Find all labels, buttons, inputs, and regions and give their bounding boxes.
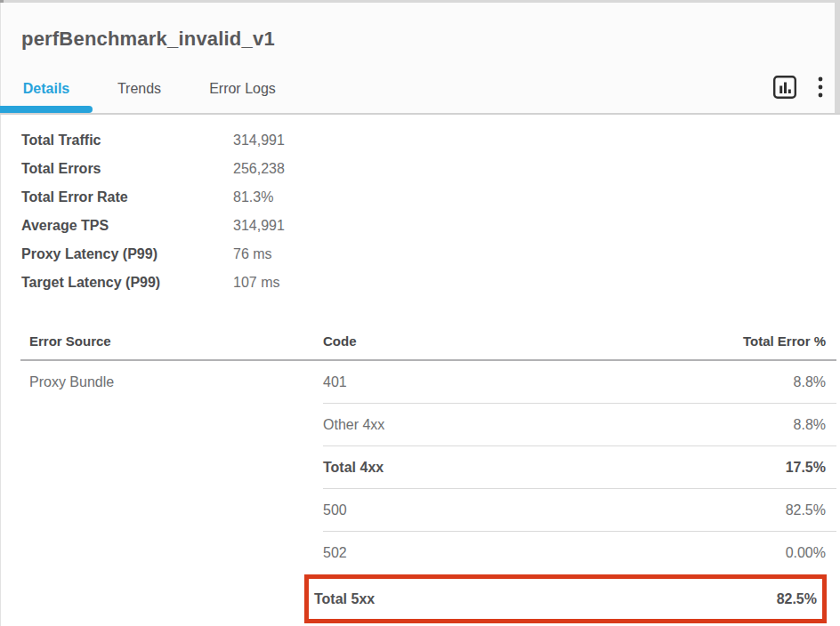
column-header-error-source: Error Source — [29, 333, 323, 349]
page-title: perfBenchmark_invalid_v1 — [21, 28, 275, 51]
bar-chart-icon — [772, 75, 797, 100]
kebab-menu-button[interactable] — [817, 75, 824, 100]
percent-cell: 82.5% — [786, 502, 826, 518]
column-header-total-error-pct: Total Error % — [743, 333, 836, 349]
stat-row-total-traffic: Total Traffic 314,991 — [21, 126, 285, 155]
code-cell: 500 — [323, 502, 347, 518]
stat-label: Target Latency (P99) — [21, 275, 233, 291]
active-tab-underline — [0, 106, 93, 113]
column-header-code: Code — [323, 333, 743, 349]
tab-bar-divider — [0, 113, 840, 115]
stat-value: 314,991 — [233, 132, 285, 148]
header-right-edge — [835, 0, 840, 113]
percent-cell: 0.00% — [786, 545, 826, 561]
stat-label: Total Error Rate — [21, 189, 233, 205]
stat-label: Average TPS — [21, 218, 233, 234]
table-row-total-5xx: Total 5xx 82.5% — [20, 574, 836, 623]
header-toolbar — [772, 75, 824, 100]
error-source-cell — [29, 404, 323, 446]
percent-cell: 8.8% — [794, 374, 826, 390]
percent-cell: 8.8% — [794, 417, 826, 433]
tab-bar: Details Trends Error Logs — [0, 75, 299, 103]
bar-chart-button[interactable] — [772, 75, 797, 100]
total-5xx-highlight-box: Total 5xx 82.5% — [304, 574, 827, 623]
stat-value: 81.3% — [233, 189, 273, 205]
summary-stats: Total Traffic 314,991 Total Errors 256,2… — [21, 126, 285, 297]
code-cell: Total 5xx — [314, 591, 375, 607]
table-row-total-4xx: Total 4xx 17.5% — [20, 446, 836, 489]
stat-label: Total Errors — [21, 161, 233, 177]
error-source-cell — [29, 532, 323, 574]
tab-error-logs[interactable]: Error Logs — [186, 81, 299, 97]
error-source-cell — [29, 446, 323, 489]
table-row: Other 4xx 8.8% — [20, 404, 836, 446]
code-cell: 502 — [323, 545, 347, 561]
stat-label: Total Traffic — [21, 132, 233, 148]
stat-row-average-tps: Average TPS 314,991 — [21, 212, 285, 240]
table-header-row: Error Source Code Total Error % — [20, 323, 836, 361]
percent-cell: 17.5% — [786, 460, 826, 476]
stat-value: 256,238 — [233, 161, 285, 177]
kebab-menu-icon — [817, 75, 824, 100]
stat-row-target-latency: Target Latency (P99) 107 ms — [21, 269, 285, 297]
percent-cell: 82.5% — [777, 591, 817, 607]
stat-value: 314,991 — [233, 218, 285, 234]
code-cell: 401 — [323, 374, 347, 390]
table-row: 502 0.00% — [20, 532, 836, 574]
error-breakdown-table: Error Source Code Total Error % Proxy Bu… — [20, 323, 836, 623]
code-cell: Total 4xx — [323, 460, 384, 476]
tab-details[interactable]: Details — [0, 81, 93, 97]
stat-label: Proxy Latency (P99) — [21, 246, 233, 262]
code-cell: Other 4xx — [323, 417, 384, 433]
error-source-cell: Proxy Bundle — [29, 361, 323, 404]
stat-row-total-error-rate: Total Error Rate 81.3% — [21, 183, 285, 212]
table-row: 500 82.5% — [20, 489, 836, 532]
error-source-cell — [29, 489, 323, 532]
benchmark-detail-panel: perfBenchmark_invalid_v1 Details Trends … — [0, 0, 840, 626]
stat-value: 76 ms — [233, 246, 272, 262]
table-row: Proxy Bundle 401 8.8% — [20, 361, 836, 404]
stat-row-proxy-latency: Proxy Latency (P99) 76 ms — [21, 240, 285, 269]
tab-trends[interactable]: Trends — [93, 81, 186, 97]
stat-row-total-errors: Total Errors 256,238 — [21, 155, 285, 183]
stat-value: 107 ms — [233, 275, 279, 291]
